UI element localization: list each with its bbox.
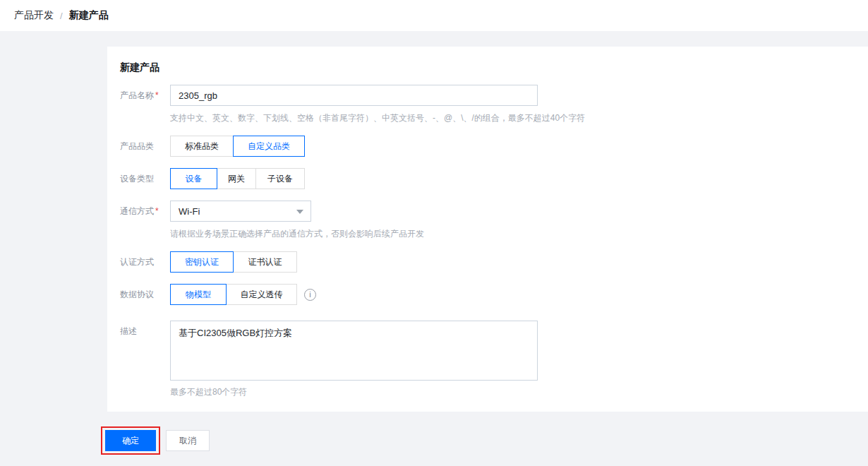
auth-method-group: 密钥认证 证书认证 [170, 251, 297, 273]
option-sub-device-button[interactable]: 子设备 [255, 168, 305, 189]
form-footer: 确定 取消 [101, 426, 868, 455]
data-protocol-label: 数据协议 [120, 284, 170, 305]
communication-select[interactable]: Wi-Fi [170, 201, 311, 222]
product-name-label: 产品名称* [120, 85, 170, 106]
top-bar: 产品开发 / 新建产品 [0, 0, 868, 31]
data-protocol-group: 物模型 自定义透传 [170, 284, 297, 305]
description-help: 最多不超过80个字符 [170, 387, 538, 397]
cancel-button[interactable]: 取消 [166, 430, 210, 451]
product-name-label-text: 产品名称 [120, 90, 154, 100]
device-type-label: 设备类型 [120, 168, 170, 189]
breadcrumb: 产品开发 / 新建产品 [14, 9, 109, 22]
option-standard-category-button[interactable]: 标准品类 [170, 136, 234, 157]
option-device-button[interactable]: 设备 [170, 168, 217, 189]
breadcrumb-item-product-development[interactable]: 产品开发 [14, 9, 54, 22]
info-icon[interactable] [304, 289, 316, 301]
chevron-down-icon [296, 210, 303, 214]
confirm-button[interactable]: 确定 [105, 430, 156, 451]
communication-label-text: 通信方式 [120, 206, 154, 216]
communication-label: 通信方式* [120, 201, 170, 222]
communication-help: 请根据业务场景正确选择产品的通信方式，否则会影响后续产品开发 [170, 229, 424, 239]
description-label: 描述 [120, 321, 170, 342]
field-data-protocol: 数据协议 物模型 自定义透传 [120, 284, 847, 305]
product-category-group: 标准品类 自定义品类 [170, 136, 305, 157]
click-annotation: 确定 [101, 426, 160, 455]
option-cert-auth-button[interactable]: 证书认证 [233, 251, 297, 273]
breadcrumb-item-new-product: 新建产品 [69, 9, 109, 22]
field-communication: 通信方式* Wi-Fi 请根据业务场景正确选择产品的通信方式，否则会影响后续产品… [120, 201, 847, 239]
communication-select-value: Wi-Fi [179, 206, 200, 217]
option-gateway-button[interactable]: 网关 [217, 168, 256, 189]
product-category-label: 产品品类 [120, 136, 170, 157]
product-name-help: 支持中文、英文、数字、下划线、空格（非首尾字符）、中英文括号、-、@、\、/的组… [170, 113, 585, 123]
required-asterisk: * [155, 90, 159, 100]
field-description: 描述 基于CI2305做RGB灯控方案 最多不超过80个字符 [120, 321, 847, 397]
field-auth-method: 认证方式 密钥认证 证书认证 [120, 251, 847, 273]
form-title: 新建产品 [120, 61, 847, 74]
option-thing-model-button[interactable]: 物模型 [170, 284, 227, 305]
device-type-group: 设备 网关 子设备 [170, 168, 305, 189]
product-name-input[interactable] [170, 85, 538, 106]
field-product-name: 产品名称* 支持中文、英文、数字、下划线、空格（非首尾字符）、中英文括号、-、@… [120, 85, 847, 123]
description-textarea[interactable]: 基于CI2305做RGB灯控方案 [170, 321, 538, 381]
required-asterisk: * [155, 206, 159, 216]
option-key-auth-button[interactable]: 密钥认证 [170, 251, 234, 273]
field-product-category: 产品品类 标准品类 自定义品类 [120, 136, 847, 157]
breadcrumb-separator: / [60, 11, 63, 21]
field-device-type: 设备类型 设备 网关 子设备 [120, 168, 847, 189]
auth-method-label: 认证方式 [120, 251, 170, 273]
option-custom-category-button[interactable]: 自定义品类 [233, 136, 305, 157]
new-product-form-card: 新建产品 产品名称* 支持中文、英文、数字、下划线、空格（非首尾字符）、中英文括… [107, 47, 868, 412]
page-background: 新建产品 产品名称* 支持中文、英文、数字、下划线、空格（非首尾字符）、中英文括… [0, 31, 868, 466]
option-custom-passthrough-button[interactable]: 自定义透传 [226, 284, 297, 305]
